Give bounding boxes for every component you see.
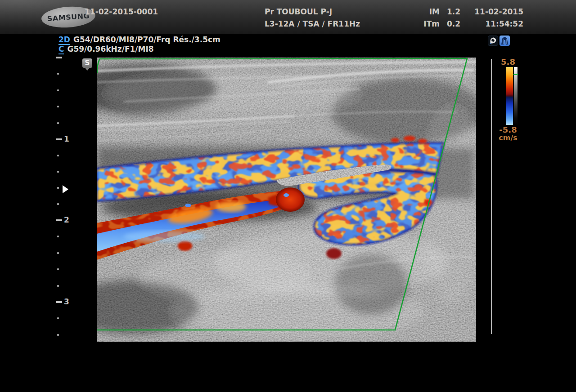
focus-marker-icon[interactable] xyxy=(63,185,68,193)
exam-time: 11:54:52 xyxy=(474,19,523,31)
body-marker-icon[interactable] xyxy=(500,36,510,46)
patient-id: 11-02-2015-0001 xyxy=(85,7,158,16)
core-highlight xyxy=(124,231,205,242)
ultrasound-image xyxy=(97,58,476,342)
scale-min-velocity: -5.8 xyxy=(496,125,520,134)
param-line-color: CG59/0.96kHz/F1/MI8 xyxy=(58,45,220,54)
mode-color-label: C xyxy=(58,45,64,54)
image-divider-line xyxy=(491,59,492,334)
ruler-minor-tick xyxy=(57,285,59,287)
ruler-major-tick xyxy=(56,138,62,140)
probe-preset: L3-12A / TSA / FR11Hz xyxy=(265,19,360,28)
settings-2d: G54/DR60/MI8/P70/Frq Rés./3.5cm xyxy=(73,35,220,44)
ruler-depth-label: 3 xyxy=(64,297,69,306)
ultrasound-sonogram xyxy=(97,58,476,342)
scale-unit: cm/s xyxy=(496,134,520,142)
aliasing-patch xyxy=(216,201,246,212)
ruler-minor-tick xyxy=(57,73,59,75)
body-marker-icon-glyph xyxy=(500,36,510,46)
ruler-depth-label: 1 xyxy=(64,134,69,143)
mi-value: 1.2 xyxy=(440,7,460,19)
bulge-window xyxy=(284,193,289,197)
probe-icon[interactable] xyxy=(488,36,498,46)
tim-label: ITm xyxy=(414,19,440,31)
ruler-minor-tick xyxy=(57,89,59,91)
doppler-color-scale xyxy=(506,67,513,125)
physician-name: Pr TOUBOUL P-J xyxy=(265,7,332,16)
vessel2-wall-nub xyxy=(178,241,192,251)
junction-red-bulge xyxy=(276,187,305,212)
ruler-minor-tick xyxy=(57,317,59,319)
ruler-minor-tick xyxy=(57,106,59,107)
tim-value: 0.2 xyxy=(440,19,460,31)
param-line-2d: 2DG54/DR60/MI8/P70/Frq Rés./3.5cm xyxy=(58,35,220,45)
header-bar: SAMSUNG 11-02-2015-0001 Pr TOUBOUL P-J L… xyxy=(0,0,576,34)
grayscale-bar xyxy=(514,67,518,125)
orientation-badge: S xyxy=(82,58,92,68)
ruler-minor-tick xyxy=(57,171,59,173)
ruler-minor-tick xyxy=(57,187,59,189)
ruler-major-tick xyxy=(56,301,62,303)
settings-color: G59/0.96kHz/F1/MI8 xyxy=(67,45,153,53)
isolated-red-blob xyxy=(326,248,342,259)
ruler-minor-tick xyxy=(57,155,59,156)
ruler-minor-tick xyxy=(57,203,59,205)
imaging-parameters: 2DG54/DR60/MI8/P70/Frq Rés./3.5cm CG59/0… xyxy=(58,35,220,54)
ruler-depth-label: 2 xyxy=(64,215,69,224)
ruler-minor-tick xyxy=(57,122,59,124)
ruler-minor-tick xyxy=(57,236,59,237)
ultrasound-screen: SAMSUNG 11-02-2015-0001 Pr TOUBOUL P-J L… xyxy=(0,0,576,392)
exam-date: 11-02-2015 xyxy=(474,7,523,19)
ruler-major-tick xyxy=(56,57,62,58)
ruler-major-tick xyxy=(56,219,62,221)
wall-window xyxy=(185,204,191,207)
datetime-block: 11-02-2015 11:54:52 xyxy=(474,7,523,31)
scale-max-velocity: 5.8 xyxy=(496,57,520,67)
samsung-logo-text: SAMSUNG xyxy=(47,12,90,23)
ruler-minor-tick xyxy=(57,268,59,270)
ruler-minor-tick xyxy=(57,252,59,254)
acoustic-indices: IM 1.2 ITm 0.2 xyxy=(407,7,460,31)
probe-icon-glyph xyxy=(488,36,498,45)
mode-2d-label: 2D xyxy=(58,35,70,45)
mi-label: IM xyxy=(414,7,440,19)
ruler-minor-tick xyxy=(57,334,59,336)
grayscale-marker-tick xyxy=(513,74,518,75)
